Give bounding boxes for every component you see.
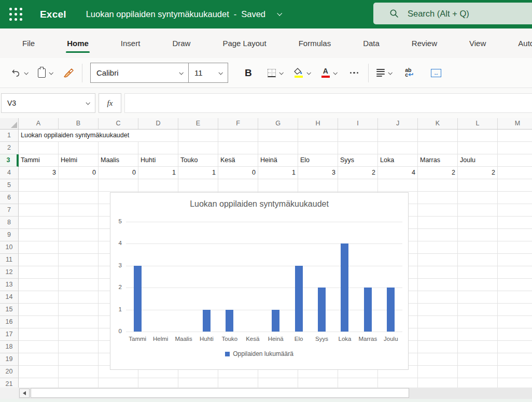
cell-B2[interactable] bbox=[59, 142, 99, 154]
cell-B5[interactable] bbox=[59, 179, 99, 192]
cell-B9[interactable] bbox=[59, 229, 99, 241]
cell-A16[interactable] bbox=[19, 316, 59, 328]
font-name-dropdown-icon[interactable] bbox=[179, 70, 183, 75]
cell-M19[interactable] bbox=[498, 353, 532, 366]
cell-E2[interactable] bbox=[178, 142, 218, 154]
tab-view[interactable]: View bbox=[455, 28, 500, 58]
cell-C2[interactable] bbox=[99, 142, 138, 154]
cell-J3[interactable]: Loka bbox=[378, 154, 418, 167]
cell-M18[interactable] bbox=[498, 341, 532, 353]
row-header-19[interactable]: 19 bbox=[0, 353, 19, 366]
cell-G2[interactable] bbox=[258, 142, 298, 154]
row-header-6[interactable]: 6 bbox=[0, 192, 19, 204]
cell-L1[interactable] bbox=[458, 130, 498, 142]
font-name-select[interactable]: Calibri bbox=[91, 63, 188, 82]
cell-A19[interactable] bbox=[19, 353, 59, 366]
cell-K4[interactable]: 2 bbox=[418, 167, 458, 179]
cell-K13[interactable] bbox=[418, 279, 458, 291]
insert-function-button[interactable]: fx bbox=[99, 93, 121, 113]
cell-L11[interactable] bbox=[458, 254, 498, 266]
cell-A9[interactable] bbox=[19, 229, 59, 241]
cell-I4[interactable]: 2 bbox=[338, 167, 378, 179]
cell-E21[interactable] bbox=[178, 378, 218, 387]
tab-formulas[interactable]: Formulas bbox=[285, 28, 345, 58]
cell-B12[interactable] bbox=[59, 266, 99, 279]
cell-M9[interactable] bbox=[498, 229, 532, 241]
cell-A4[interactable]: 3 bbox=[19, 167, 59, 179]
cell-K20[interactable] bbox=[418, 366, 458, 378]
cell-A7[interactable] bbox=[19, 204, 59, 217]
cell-K2[interactable] bbox=[418, 142, 458, 154]
cell-A1-title[interactable]: Luokan oppilaiden syntymäkuukaudet bbox=[19, 130, 178, 142]
cell-M3[interactable] bbox=[498, 154, 532, 167]
cell-B21[interactable] bbox=[59, 378, 99, 387]
cell-I1[interactable] bbox=[338, 130, 378, 142]
row-header-14[interactable]: 14 bbox=[0, 291, 19, 304]
cell-L15[interactable] bbox=[458, 304, 498, 316]
cell-G1[interactable] bbox=[258, 130, 298, 142]
cell-B4[interactable]: 0 bbox=[59, 167, 99, 179]
format-painter-button[interactable] bbox=[63, 68, 74, 78]
column-header-D[interactable]: D bbox=[138, 118, 178, 129]
cell-C5[interactable] bbox=[99, 179, 138, 192]
borders-dropdown-icon[interactable] bbox=[279, 70, 283, 75]
row-header-8[interactable]: 8 bbox=[0, 217, 19, 229]
cell-K15[interactable] bbox=[418, 304, 458, 316]
cell-L19[interactable] bbox=[458, 353, 498, 366]
column-header-C[interactable]: C bbox=[99, 118, 138, 129]
name-box[interactable]: V3 bbox=[1, 93, 95, 113]
row-header-21[interactable]: 21 bbox=[0, 378, 19, 387]
tab-data[interactable]: Data bbox=[349, 28, 394, 58]
cell-B19[interactable] bbox=[59, 353, 99, 366]
cell-G4[interactable]: 1 bbox=[258, 167, 298, 179]
cell-L2[interactable] bbox=[458, 142, 498, 154]
cell-A13[interactable] bbox=[19, 279, 59, 291]
row-header-3[interactable]: 3 bbox=[0, 154, 19, 167]
cell-B13[interactable] bbox=[59, 279, 99, 291]
cell-K10[interactable] bbox=[418, 241, 458, 254]
tab-home[interactable]: Home bbox=[53, 28, 103, 58]
cell-B3[interactable]: Helmi bbox=[59, 154, 99, 167]
cell-H21[interactable] bbox=[298, 378, 338, 387]
cell-K17[interactable] bbox=[418, 328, 458, 341]
column-header-B[interactable]: B bbox=[59, 118, 99, 129]
cell-A10[interactable] bbox=[19, 241, 59, 254]
cell-B15[interactable] bbox=[59, 304, 99, 316]
cell-I2[interactable] bbox=[338, 142, 378, 154]
cell-M8[interactable] bbox=[498, 217, 532, 229]
cell-J2[interactable] bbox=[378, 142, 418, 154]
cell-L9[interactable] bbox=[458, 229, 498, 241]
cell-B17[interactable] bbox=[59, 328, 99, 341]
cell-K18[interactable] bbox=[418, 341, 458, 353]
cell-G3[interactable]: Heinä bbox=[258, 154, 298, 167]
row-header-16[interactable]: 16 bbox=[0, 316, 19, 328]
cell-K8[interactable] bbox=[418, 217, 458, 229]
cell-J5[interactable] bbox=[378, 179, 418, 192]
cell-D2[interactable] bbox=[138, 142, 178, 154]
cell-C4[interactable]: 0 bbox=[99, 167, 138, 179]
cell-L17[interactable] bbox=[458, 328, 498, 341]
cell-B11[interactable] bbox=[59, 254, 99, 266]
cell-F4[interactable]: 0 bbox=[218, 167, 258, 179]
cell-B8[interactable] bbox=[59, 217, 99, 229]
cell-F3[interactable]: Kesä bbox=[218, 154, 258, 167]
cell-M16[interactable] bbox=[498, 316, 532, 328]
cell-H1[interactable] bbox=[298, 130, 338, 142]
more-options-button[interactable] bbox=[348, 72, 361, 74]
cell-B16[interactable] bbox=[59, 316, 99, 328]
cell-C21[interactable] bbox=[99, 378, 138, 387]
cell-J21[interactable] bbox=[378, 378, 418, 387]
cell-L6[interactable] bbox=[458, 192, 498, 204]
column-header-K[interactable]: K bbox=[418, 118, 458, 129]
cell-L13[interactable] bbox=[458, 279, 498, 291]
row-header-15[interactable]: 15 bbox=[0, 304, 19, 316]
cell-A17[interactable] bbox=[19, 328, 59, 341]
undo-button[interactable] bbox=[11, 68, 27, 78]
cell-F21[interactable] bbox=[218, 378, 258, 387]
row-header-9[interactable]: 9 bbox=[0, 229, 19, 241]
tab-file[interactable]: File bbox=[8, 28, 49, 58]
scrollbar-thumb[interactable] bbox=[31, 388, 409, 398]
tab-review[interactable]: Review bbox=[398, 28, 451, 58]
column-header-M[interactable]: M bbox=[498, 118, 532, 129]
cell-F2[interactable] bbox=[218, 142, 258, 154]
